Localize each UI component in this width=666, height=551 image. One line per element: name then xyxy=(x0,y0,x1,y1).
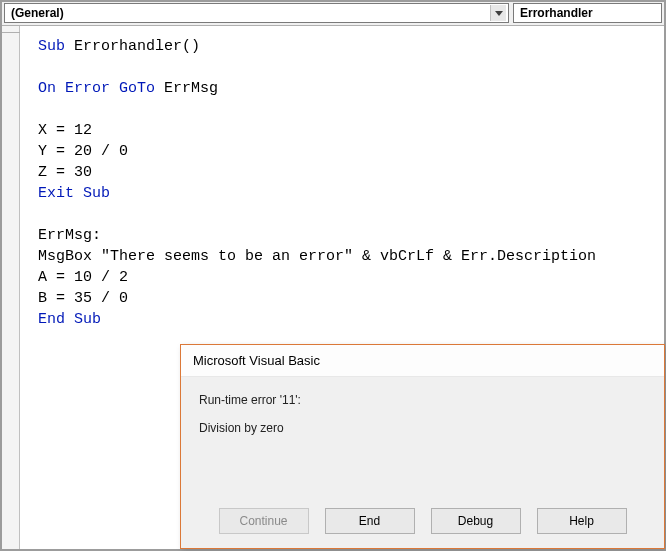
proc-separator xyxy=(2,32,20,33)
kw-sub: Sub xyxy=(38,38,65,55)
kw-endsub: End Sub xyxy=(38,311,101,328)
code-line: MsgBox "There seems to be an error" & vb… xyxy=(38,248,596,265)
error-desc-text: Division by zero xyxy=(199,421,646,435)
dialog-title: Microsoft Visual Basic xyxy=(193,353,320,368)
code-line: Z = 30 xyxy=(38,164,92,181)
dialog-titlebar[interactable]: Microsoft Visual Basic xyxy=(181,345,664,377)
continue-button: Continue xyxy=(219,508,309,534)
code-line: A = 10 / 2 xyxy=(38,269,128,286)
end-button[interactable]: End xyxy=(325,508,415,534)
error-code-text: Run-time error '11': xyxy=(199,393,646,407)
object-combo[interactable]: (General) xyxy=(4,3,509,23)
procedure-combo[interactable]: Errorhandler xyxy=(513,3,662,23)
code-line: B = 35 / 0 xyxy=(38,290,128,307)
help-button[interactable]: Help xyxy=(537,508,627,534)
object-combo-label: (General) xyxy=(11,6,490,20)
vbe-window: (General) Errorhandler Sub Errorhandler(… xyxy=(0,0,666,551)
margin-gutter xyxy=(2,26,20,549)
dialog-body: Run-time error '11': Division by zero xyxy=(181,377,664,435)
debug-button[interactable]: Debug xyxy=(431,508,521,534)
code-label: ErrMsg: xyxy=(38,227,101,244)
code-pane-toolbar: (General) Errorhandler xyxy=(2,2,664,26)
procedure-combo-label: Errorhandler xyxy=(520,6,659,20)
chevron-down-icon xyxy=(490,5,506,21)
dialog-buttons: Continue End Debug Help xyxy=(181,508,664,534)
sub-name: Errorhandler() xyxy=(65,38,200,55)
kw-exitsub: Exit Sub xyxy=(38,185,110,202)
code-line: Y = 20 / 0 xyxy=(38,143,128,160)
code-line: X = 12 xyxy=(38,122,92,139)
runtime-error-dialog: Microsoft Visual Basic Run-time error '1… xyxy=(180,344,665,549)
kw-onerror: On Error GoTo xyxy=(38,80,155,97)
errlabel-ref: ErrMsg xyxy=(155,80,218,97)
